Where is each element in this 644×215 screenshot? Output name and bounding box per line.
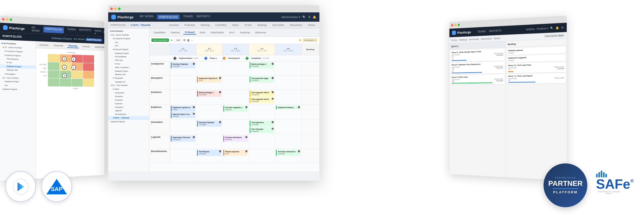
tab-properties[interactable]: Properties xyxy=(52,43,65,47)
todos-tab[interactable]: To-Dos xyxy=(243,23,253,27)
sidebar-database-project[interactable]: Database Project xyxy=(0,80,36,84)
center-nav-teams[interactable]: TEAMS xyxy=(183,15,193,19)
story-card[interactable]: Improve Super-X sy GeraldS 3 xyxy=(171,112,195,118)
right-nav-stream[interactable]: Stream xyxy=(494,37,500,40)
center-demo-portfolio[interactable]: ▾ 01 - Demo Portfolio xyxy=(108,33,149,37)
search-icon[interactable]: 🔍 xyxy=(103,31,104,34)
nav-teams[interactable]: TEAMS xyxy=(67,28,76,34)
close-dot-center[interactable] xyxy=(110,7,113,10)
close-dot[interactable] xyxy=(2,18,5,21)
center-ppm-tool[interactable]: PPM Tool xyxy=(108,59,149,62)
controlling-tab[interactable]: Controlling xyxy=(214,23,228,27)
nav-my-work[interactable]: MY WORK xyxy=(32,26,40,32)
right-nav-meetings[interactable]: Meetings xyxy=(459,38,467,41)
center-innovators[interactable]: Innovators xyxy=(108,106,149,109)
story-card[interactable]: Test final solenoid m CristinaM 2 xyxy=(276,150,300,156)
min-dot-right[interactable] xyxy=(454,24,456,26)
center-legends[interactable]: Legends xyxy=(108,109,149,113)
tab-roadmap[interactable]: Roadmap xyxy=(238,31,251,34)
center-nav-reports[interactable]: REPORTS xyxy=(197,15,210,19)
sprint-story-card-backlog[interactable]: Stabilize plasma GeraldS xyxy=(507,46,566,55)
story-card[interactable]: Test magnetic field 2 Disruptors 2 xyxy=(250,91,274,97)
center-website-usa[interactable]: Website USA xyxy=(108,73,149,76)
center-revolutionists[interactable]: Revolutionists xyxy=(108,113,149,116)
story-card[interactable]: Test Injections CristinaM 3 xyxy=(250,121,274,127)
right-nav-reports[interactable]: REPORTS xyxy=(489,29,501,33)
min-dot[interactable] xyxy=(6,18,9,21)
tab-features[interactable]: Features xyxy=(169,31,182,34)
center-your-portfolio[interactable]: ▾ 02 - Your Portfolio xyxy=(108,84,149,87)
center-disruptors[interactable]: Disruptors xyxy=(108,95,149,98)
story-card[interactable]: Improving: Final wor Innovators 3 xyxy=(171,136,195,142)
right-nav-discussions[interactable]: Discussions xyxy=(481,37,492,40)
right-nav-teams[interactable]: TEAMS xyxy=(477,30,486,33)
center-template-cp[interactable]: Template CP xyxy=(108,80,149,84)
center-dreamers[interactable]: Dreamers xyxy=(108,98,149,102)
center-database-project[interactable]: Database Project xyxy=(108,52,149,55)
documents-tab[interactable]: Documents xyxy=(271,23,286,27)
max-dot-right[interactable] xyxy=(458,24,460,26)
story-card[interactable]: Implement Injection 8 EnoP 8 xyxy=(197,76,222,83)
tab-raci[interactable]: RACI xyxy=(228,31,236,34)
tab-stakeholders[interactable]: Stakeholders xyxy=(209,31,226,34)
sprint-story-card[interactable]: Story 8: Optimise User Experience Story … xyxy=(450,61,505,74)
story-card[interactable]: Test Plasma CristinaM 5 xyxy=(197,150,222,156)
nav-reports[interactable]: REPORTS xyxy=(79,28,91,35)
tab-stakeholders[interactable]: Stakeholders xyxy=(94,45,104,49)
stream-tab[interactable]: Stream xyxy=(306,23,317,27)
nav-portfolios[interactable]: PORTFOLIOS xyxy=(43,26,64,33)
center-safe-tokamak[interactable]: 2 SAFe - Tokamak xyxy=(108,116,149,120)
story-card[interactable]: Implement Plasma 5 xyxy=(276,106,300,109)
center-pm-handbook[interactable]: PM Handbook xyxy=(108,55,149,59)
center-r-tool[interactable]: R Tool xyxy=(108,62,149,66)
right-nav-documents[interactable]: Documents xyxy=(469,38,479,41)
min-dot-center[interactable] xyxy=(114,7,117,10)
right-notif-icon[interactable]: 🔔 xyxy=(556,26,559,30)
more-icon[interactable]: ··· xyxy=(191,39,193,42)
tab-risks[interactable]: Risks xyxy=(198,31,207,34)
discussions-tab[interactable]: Discussions xyxy=(288,23,304,27)
pi-board-timeline[interactable]: 1.1 9/11 - 9/25 1.2 9/25 - 10/9 1.3 10/9… xyxy=(149,44,319,171)
max-dot[interactable] xyxy=(10,18,12,21)
center-all-portfolios[interactable]: ▾ All Portfolios xyxy=(108,29,149,33)
story-card[interactable]: Produce Deuterium MichaelS 5 xyxy=(223,136,248,142)
story-card[interactable]: Plasma Injection EnoP 3 xyxy=(223,150,248,156)
story-card[interactable]: Develop Tokamak ChangeM 5 xyxy=(171,62,195,68)
center-notif-icon[interactable]: 🔔 xyxy=(313,15,316,19)
breadcrumb-project[interactable]: 2 SAFe - Tokamak xyxy=(131,24,150,26)
properties-tab[interactable]: Properties xyxy=(183,23,197,27)
center-deleted[interactable]: Deleted Projects xyxy=(108,120,149,124)
edit-button[interactable]: Edit xyxy=(175,38,182,42)
story-card[interactable]: Test magnetic field 3 CristinaM 2 xyxy=(250,97,274,103)
center-cp1[interactable]: CP1 xyxy=(108,41,149,44)
right-settings-icon[interactable]: ⚙ xyxy=(561,26,564,29)
center-conquerors[interactable]: Conquerors xyxy=(108,91,149,95)
breadcrumb-portfolios[interactable]: PORTFOLIOS xyxy=(111,24,126,26)
right-search-icon[interactable]: 🔍 xyxy=(550,26,554,30)
tab-pi-board[interactable]: PI Board xyxy=(183,30,196,35)
tab-planning[interactable]: Planning xyxy=(67,44,79,48)
center-settings-icon[interactable]: ⚙ xyxy=(308,15,311,19)
sidebar-jira[interactable]: Jira xyxy=(0,84,36,88)
overview-tab[interactable]: Overview xyxy=(167,23,180,27)
story-card[interactable]: Develop Tokamak ChangeM 5 xyxy=(197,121,222,127)
tab-controls[interactable]: Controls xyxy=(81,45,91,49)
sprint-story-card-backlog[interactable]: Story 3.1: Test Load Time Story Points R… xyxy=(507,62,566,73)
center-cp2[interactable]: CP2 xyxy=(108,44,149,48)
status-tab[interactable]: Status xyxy=(231,23,240,27)
story-card[interactable]: Test powerful magn Disruptors 2 xyxy=(250,76,274,83)
story-card[interactable]: Test Tokamak Disruptors 2 xyxy=(250,127,274,133)
sprint-story-card[interactable]: Story 11: Write Double Opt-in Code Story… xyxy=(450,49,505,62)
center-safe-portfolio[interactable]: SAFe o Portfolio 1 xyxy=(108,66,149,69)
right-nav-to-dos[interactable]: To-Dos xyxy=(451,39,457,41)
story-card[interactable]: Build prototype 2 Disruptors 3 xyxy=(250,62,274,68)
sprint-story-card-backlog[interactable]: Story 7.1: Test Load Speed Story Points … xyxy=(507,73,566,84)
center-search-icon[interactable]: 🔍 xyxy=(302,15,306,19)
max-dot-center[interactable] xyxy=(118,7,121,10)
new-increment-button[interactable]: New Increment xyxy=(151,38,169,42)
tab-capabilities[interactable]: Capabilities xyxy=(152,31,167,34)
center-customer-projects[interactable]: ▾ Customer Projects xyxy=(108,37,149,41)
story-card[interactable]: Build prototype 1 Innovators 8 xyxy=(197,91,222,97)
center-templates[interactable]: ▾ Templates xyxy=(108,76,149,80)
close-dot-right[interactable] xyxy=(451,24,453,27)
